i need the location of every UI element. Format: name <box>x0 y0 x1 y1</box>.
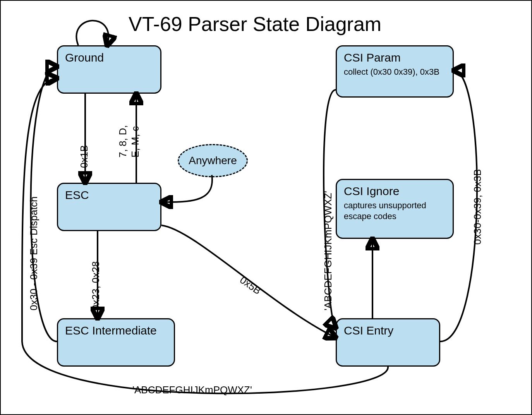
edge-ground-self <box>76 21 108 45</box>
edge-csientry-to-csiparam <box>440 70 477 341</box>
edge-escinter-to-ground <box>31 67 57 341</box>
edge-csiparam-to-ground <box>324 90 336 328</box>
edge-esc-to-csientry <box>161 225 336 338</box>
diagram-canvas: VT-69 Parser State Diagram Ground ESC ES… <box>0 0 532 415</box>
edges-layer <box>1 1 532 415</box>
edge-anywhere-to-esc <box>161 175 212 202</box>
edge-csientry-to-ground <box>22 78 388 393</box>
